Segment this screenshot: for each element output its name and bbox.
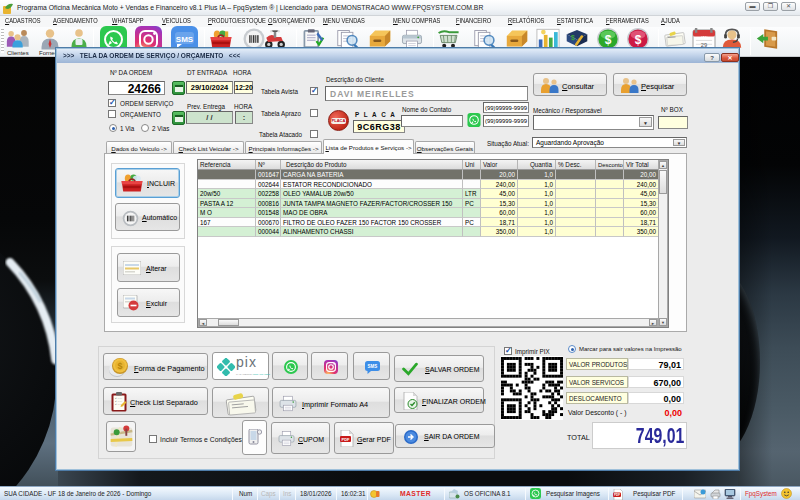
svg-text:PDF: PDF <box>342 437 351 442</box>
svg-text:$: $ <box>571 34 575 42</box>
svg-text:✔ ——: ✔ —— <box>115 400 123 402</box>
svg-text:SMS: SMS <box>368 364 378 369</box>
svg-text:$: $ <box>605 33 612 47</box>
svg-text:PDF: PDF <box>614 493 620 497</box>
svg-text:SMS: SMS <box>176 35 194 44</box>
svg-text:$: $ <box>635 33 642 47</box>
svg-text:JAN: JAN <box>700 36 707 40</box>
svg-text:✔ ——: ✔ —— <box>115 397 123 399</box>
svg-text:$: $ <box>117 361 122 371</box>
